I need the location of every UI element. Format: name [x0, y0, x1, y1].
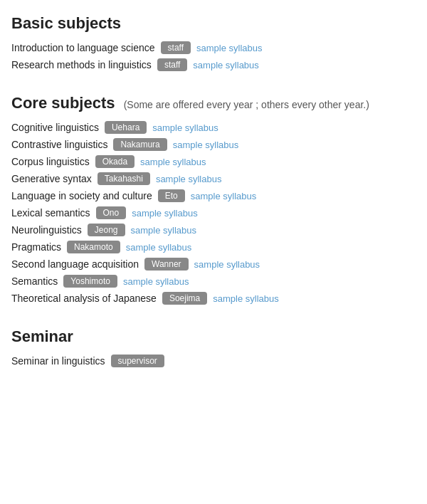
sample-syllabus-link[interactable]: sample syllabus: [191, 191, 257, 201]
subject-row: NeurolinguisticsJeongsample syllabus: [11, 224, 416, 236]
subject-row: Generative syntaxTakahashisample syllabu…: [11, 172, 416, 185]
subject-row: Second language acquisitionWannersample …: [11, 258, 416, 271]
instructor-badge: staff: [157, 58, 187, 71]
sample-syllabus-link[interactable]: sample syllabus: [140, 157, 206, 167]
subject-name: Research methods in linguistics: [11, 59, 152, 70]
subject-row: Seminar in linguisticssupervisor: [11, 355, 416, 367]
basic-subjects-title: Basic subjects: [11, 14, 416, 33]
page-container: Basic subjects Introduction to language …: [11, 14, 416, 367]
instructor-badge: Takahashi: [97, 172, 150, 185]
subject-row: Cognitive linguisticsUeharasample syllab…: [11, 121, 416, 134]
instructor-badge: Uehara: [105, 121, 147, 134]
instructor-badge: Nakamura: [113, 138, 167, 151]
subject-name: Introduction to language science: [11, 42, 155, 53]
instructor-badge: Yoshimoto: [63, 275, 117, 288]
sample-syllabus-link[interactable]: sample syllabus: [173, 140, 239, 150]
seminar-list: Seminar in linguisticssupervisor: [11, 355, 416, 367]
basic-subjects-list: Introduction to language sciencestaffsam…: [11, 41, 416, 71]
subject-row: Introduction to language sciencestaffsam…: [11, 41, 416, 54]
instructor-badge: Eto: [158, 189, 185, 202]
sample-syllabus-link[interactable]: sample syllabus: [126, 242, 192, 253]
core-subjects-list: Cognitive linguisticsUeharasample syllab…: [11, 121, 416, 305]
subject-row: Corpus linguisticsOkadasample syllabus: [11, 155, 416, 168]
sample-syllabus-link[interactable]: sample syllabus: [132, 208, 198, 219]
subject-row: Lexical semanticsOnosample syllabus: [11, 206, 416, 219]
subject-row: Theoretical analysis of JapaneseSoejimas…: [11, 292, 416, 305]
subject-name: Semantics: [11, 275, 58, 287]
seminar-title: Seminar: [11, 327, 416, 346]
sample-syllabus-link[interactable]: sample syllabus: [152, 122, 218, 133]
instructor-badge: Okada: [95, 155, 135, 168]
subject-row: Contrastive linguisticsNakamurasample sy…: [11, 138, 416, 151]
sample-syllabus-link[interactable]: sample syllabus: [123, 276, 189, 287]
subject-name: Neurolinguistics: [11, 224, 82, 236]
subject-name: Generative syntax: [11, 173, 92, 184]
instructor-badge: Wanner: [144, 258, 189, 271]
seminar-section: Seminar Seminar in linguisticssupervisor: [11, 327, 416, 367]
core-subtitle-text: (Some are offered every year ; others ev…: [124, 99, 369, 110]
subject-name: Corpus linguistics: [11, 156, 90, 167]
instructor-badge: Ono: [96, 206, 127, 219]
subject-row: Language in society and cultureEtosample…: [11, 189, 416, 202]
subject-name: Second language acquisition: [11, 258, 139, 270]
subject-name: Lexical semantics: [11, 207, 90, 219]
subject-name: Language in society and culture: [11, 190, 152, 201]
instructor-badge: Nakamoto: [67, 241, 120, 253]
subject-name: Pragmatics: [11, 241, 61, 253]
sample-syllabus-link[interactable]: sample syllabus: [196, 43, 263, 53]
core-subjects-section: Core subjects (Some are offered every ye…: [11, 94, 416, 305]
subject-row: SemanticsYoshimotosample syllabus: [11, 275, 416, 288]
instructor-badge: Soejima: [162, 292, 207, 305]
sample-syllabus-link[interactable]: sample syllabus: [193, 60, 259, 70]
sample-syllabus-link[interactable]: sample syllabus: [194, 259, 260, 270]
basic-subjects-section: Basic subjects Introduction to language …: [11, 14, 416, 71]
instructor-badge: Jeong: [88, 224, 125, 236]
subject-name: Theoretical analysis of Japanese: [11, 293, 157, 304]
core-title-text: Core subjects: [11, 94, 115, 112]
sample-syllabus-link[interactable]: sample syllabus: [156, 174, 222, 184]
sample-syllabus-link[interactable]: sample syllabus: [131, 225, 197, 236]
subject-name: Cognitive linguistics: [11, 122, 99, 133]
instructor-badge: supervisor: [111, 355, 164, 367]
subject-name: Seminar in linguistics: [11, 355, 105, 367]
core-subjects-title: Core subjects (Some are offered every ye…: [11, 94, 416, 112]
subject-row: Research methods in linguisticsstaffsamp…: [11, 58, 416, 71]
instructor-badge: staff: [161, 41, 191, 54]
subject-name: Contrastive linguistics: [11, 139, 107, 150]
sample-syllabus-link[interactable]: sample syllabus: [213, 293, 279, 304]
subject-row: PragmaticsNakamotosample syllabus: [11, 241, 416, 253]
